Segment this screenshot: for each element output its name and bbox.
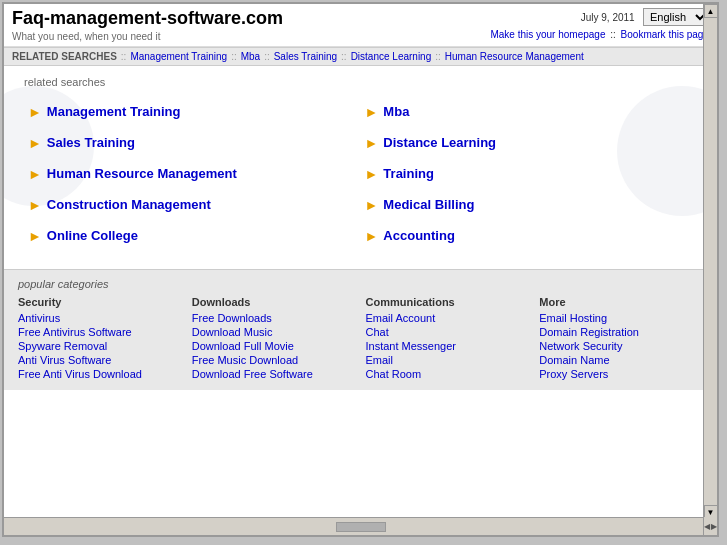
- link-separator: ::: [610, 29, 616, 40]
- pop-link-instant-messenger[interactable]: Instant Messenger: [366, 340, 530, 352]
- scrollbar-right[interactable]: ▲ ▼: [703, 4, 717, 519]
- rel-link-mgmt-training[interactable]: Management Training: [130, 51, 227, 62]
- link-hr-management[interactable]: Human Resource Management: [47, 166, 237, 181]
- pop-col-security: Security Antivirus Free Antivirus Softwa…: [18, 296, 182, 382]
- arrow-icon: ►: [365, 198, 379, 212]
- scroll-up-button[interactable]: ▲: [704, 4, 718, 18]
- list-item: ► Accounting: [361, 220, 698, 251]
- site-subtitle: What you need, when you need it: [12, 31, 283, 42]
- pop-link-proxy[interactable]: Proxy Servers: [539, 368, 703, 380]
- site-info: Faq-management-software.com What you nee…: [12, 8, 283, 42]
- homepage-link[interactable]: Make this your homepage: [490, 29, 605, 40]
- list-item: ► Online College: [24, 220, 361, 251]
- pop-col-downloads: Downloads Free Downloads Download Music …: [192, 296, 356, 382]
- pop-link-network-security[interactable]: Network Security: [539, 340, 703, 352]
- list-item: ► Human Resource Management: [24, 158, 361, 189]
- arrow-icon: ►: [28, 136, 42, 150]
- link-mba[interactable]: Mba: [383, 104, 409, 119]
- pop-link-domain-name[interactable]: Domain Name: [539, 354, 703, 366]
- pop-link-download-movie[interactable]: Download Full Movie: [192, 340, 356, 352]
- pop-col-communications: Communications Email Account Chat Instan…: [366, 296, 530, 382]
- arrow-icon: ►: [28, 105, 42, 119]
- pop-link-download-music[interactable]: Download Music: [192, 326, 356, 338]
- arrow-icon: ►: [365, 167, 379, 181]
- pop-link-domain-reg[interactable]: Domain Registration: [539, 326, 703, 338]
- list-item: ► Distance Learning: [361, 127, 698, 158]
- language-selector-wrap[interactable]: English French Spanish: [643, 8, 709, 26]
- pop-link-email-account[interactable]: Email Account: [366, 312, 530, 324]
- bookmark-link[interactable]: Bookmark this page: [621, 29, 709, 40]
- link-online-college[interactable]: Online College: [47, 228, 138, 243]
- pop-col-more: More Email Hosting Domain Registration N…: [539, 296, 703, 382]
- link-training[interactable]: Training: [383, 166, 434, 181]
- rel-link-hr[interactable]: Human Resource Management: [445, 51, 584, 62]
- content-area: related searches ► Management Training ►…: [24, 76, 697, 251]
- pop-link-email[interactable]: Email: [366, 354, 530, 366]
- link-construction-management[interactable]: Construction Management: [47, 197, 211, 212]
- popular-label: popular categories: [18, 278, 703, 290]
- date-display: July 9, 2011 English French Spanish: [490, 8, 709, 26]
- pop-link-free-music[interactable]: Free Music Download: [192, 354, 356, 366]
- topbar: Faq-management-software.com What you nee…: [4, 4, 717, 47]
- date-text: July 9, 2011: [581, 12, 635, 23]
- pop-link-spyware[interactable]: Spyware Removal: [18, 340, 182, 352]
- list-item: ► Management Training: [24, 96, 361, 127]
- popular-columns: Security Antivirus Free Antivirus Softwa…: [18, 296, 703, 382]
- list-item: ► Sales Training: [24, 127, 361, 158]
- popular-categories: popular categories Security Antivirus Fr…: [4, 269, 717, 390]
- arrow-icon: ►: [365, 229, 379, 243]
- pop-link-antivirus[interactable]: Antivirus: [18, 312, 182, 324]
- link-management-training[interactable]: Management Training: [47, 104, 181, 119]
- link-distance-learning[interactable]: Distance Learning: [383, 135, 496, 150]
- rel-link-mba[interactable]: Mba: [241, 51, 260, 62]
- list-item: ► Mba: [361, 96, 698, 127]
- corner-arrow-right[interactable]: ▶: [711, 522, 717, 531]
- pop-col-more-title: More: [539, 296, 703, 308]
- site-title: Faq-management-software.com: [12, 8, 283, 29]
- pop-link-antivirus-software[interactable]: Anti Virus Software: [18, 354, 182, 366]
- arrow-icon: ►: [28, 229, 42, 243]
- arrow-icon: ►: [28, 198, 42, 212]
- pop-col-security-title: Security: [18, 296, 182, 308]
- scroll-track: [704, 18, 718, 505]
- rel-bar-label: RELATED SEARCHES: [12, 51, 117, 62]
- pop-link-email-hosting[interactable]: Email Hosting: [539, 312, 703, 324]
- pop-link-free-antivirus[interactable]: Free Antivirus Software: [18, 326, 182, 338]
- pop-link-free-anti-download[interactable]: Free Anti Virus Download: [18, 368, 182, 380]
- pop-link-chat[interactable]: Chat: [366, 326, 530, 338]
- related-searches-bar: RELATED SEARCHES :: Management Training …: [4, 47, 717, 66]
- h-scroll-thumb[interactable]: [336, 522, 386, 532]
- main-content: related searches ► Management Training ►…: [4, 66, 717, 261]
- pop-col-communications-title: Communications: [366, 296, 530, 308]
- link-medical-billing[interactable]: Medical Billing: [383, 197, 474, 212]
- list-item: ► Construction Management: [24, 189, 361, 220]
- pop-link-free-downloads[interactable]: Free Downloads: [192, 312, 356, 324]
- related-label: related searches: [24, 76, 697, 88]
- top-right: July 9, 2011 English French Spanish Make…: [490, 8, 709, 40]
- top-links: Make this your homepage :: Bookmark this…: [490, 29, 709, 40]
- links-grid: ► Management Training ► Mba ► Sales Trai…: [24, 96, 697, 251]
- link-accounting[interactable]: Accounting: [383, 228, 455, 243]
- arrow-icon: ►: [28, 167, 42, 181]
- pop-link-chat-room[interactable]: Chat Room: [366, 368, 530, 380]
- scroll-corner: ◀ ▶: [703, 517, 717, 535]
- bottom-scrollbar: ◀ ▶: [4, 517, 717, 535]
- rel-link-distance[interactable]: Distance Learning: [351, 51, 432, 62]
- language-select[interactable]: English French Spanish: [643, 8, 709, 26]
- corner-arrow-left[interactable]: ◀: [704, 522, 710, 531]
- pop-link-download-software[interactable]: Download Free Software: [192, 368, 356, 380]
- rel-link-sales[interactable]: Sales Training: [274, 51, 337, 62]
- link-sales-training[interactable]: Sales Training: [47, 135, 135, 150]
- arrow-icon: ►: [365, 136, 379, 150]
- arrow-icon: ►: [365, 105, 379, 119]
- list-item: ► Training: [361, 158, 698, 189]
- pop-col-downloads-title: Downloads: [192, 296, 356, 308]
- list-item: ► Medical Billing: [361, 189, 698, 220]
